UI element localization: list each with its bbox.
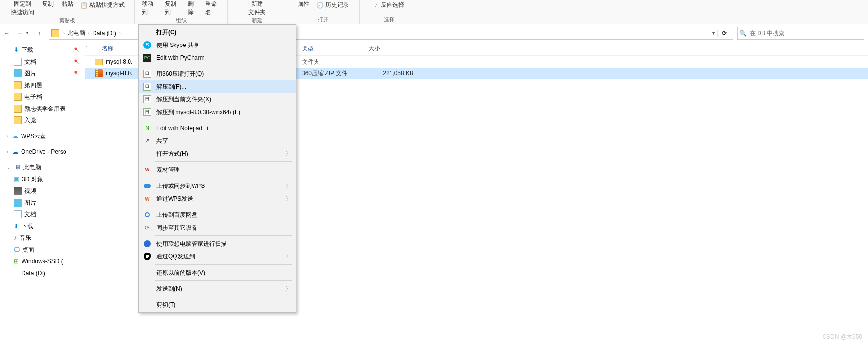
download-icon: ⬇ (14, 46, 19, 53)
ctx-sync[interactable]: ⟳同步至其它设备 (139, 221, 296, 234)
sidebar-item-award[interactable]: 励志奖学金用表 (0, 103, 85, 115)
breadcrumb-sep[interactable]: › (62, 31, 65, 36)
sidebar-item-winssd[interactable]: ⊞Windows-SSD ( (0, 255, 85, 267)
ribbon-invert[interactable]: ☑反向选择 (371, 0, 406, 10)
ctx-lenovo[interactable]: 使用联想电脑管家进行扫描 (139, 237, 296, 250)
ctx-open-with[interactable]: 打开方式(H)〉 (139, 147, 296, 160)
ctx-extract-here[interactable]: 田解压到当前文件夹(X) (139, 93, 296, 106)
ctx-pycharm[interactable]: PCEdit with PyCharm (139, 51, 296, 64)
sidebar-item-documents2[interactable]: 文档 (0, 208, 85, 220)
pin-icon: 📍 (73, 58, 81, 66)
ctx-label: 剪切(T) (156, 301, 291, 309)
ribbon-moveto[interactable]: 移动到 (139, 0, 160, 17)
ribbon-paste[interactable]: 粘贴 (59, 0, 76, 8)
sidebar-label: 下载 (22, 222, 33, 231)
ribbon-new-folder[interactable]: 新建文件夹 (245, 0, 269, 17)
ribbon-pin[interactable]: 固定到快速访问 (8, 0, 37, 17)
wps-icon: W (143, 165, 152, 174)
ctx-baidu[interactable]: 上传到百度网盘 (139, 208, 296, 221)
sidebar-item-downloads[interactable]: ⬇下载📍 (0, 44, 85, 56)
sidebar-item-edoc[interactable]: 电子档 (0, 91, 85, 103)
sidebar-item-music[interactable]: ♪音乐 (0, 232, 85, 244)
cloud-icon: ☁ (12, 148, 18, 155)
drive-icon: ⊞ (14, 258, 19, 265)
search-input[interactable] (750, 30, 862, 37)
cloud-icon: ☁ (12, 133, 18, 139)
ribbon-copyto-label: 复制到 (165, 0, 180, 17)
sidebar-item-party[interactable]: 入党 (0, 115, 85, 126)
ribbon-rename[interactable]: 重命名 (202, 0, 223, 17)
ctx-label: Edit with Notepad++ (156, 125, 291, 132)
ctx-label: 素材管理 (156, 166, 291, 174)
ribbon-paste-shortcut[interactable]: 📋粘贴快捷方式 (78, 0, 127, 10)
ribbon-invert-label: 反向选择 (381, 1, 404, 9)
refresh-button[interactable]: ⟳ (717, 30, 731, 37)
ctx-upload-wps[interactable]: 上传或同步到WPS〉 (139, 180, 296, 192)
pc-icon: 🖥 (15, 164, 21, 171)
ctx-material[interactable]: W素材管理 (139, 163, 296, 176)
ctx-open[interactable]: 打开(O) (139, 26, 296, 39)
ctx-restore[interactable]: 还原以前的版本(V) (139, 266, 296, 279)
ribbon-history[interactable]: 🕘历史记录 (314, 0, 351, 10)
ribbon-copyto[interactable]: 复制到 (162, 0, 183, 17)
sidebar-item-desktop[interactable]: 🖵桌面 (0, 244, 85, 255)
ribbon-pin-label: 固定到 (14, 0, 31, 8)
ctx-send-to[interactable]: 发送到(N)〉 (139, 282, 296, 295)
ctx-cut[interactable]: 剪切(T) (139, 299, 296, 311)
nav-forward-button[interactable]: → (14, 27, 25, 39)
file-name: mysql-8.0. (106, 70, 132, 77)
sidebar-item-pictures[interactable]: 图片📍 (0, 68, 85, 79)
column-type[interactable]: 类型 (302, 45, 369, 53)
submenu-arrow-icon: 〉 (286, 253, 291, 260)
ribbon-paste-label: 粘贴 (62, 0, 73, 8)
wps-icon: W (143, 194, 152, 203)
ribbon-group-open-label: 打开 (318, 16, 328, 24)
sidebar-item-3d[interactable]: ▣3D 对象 (0, 173, 85, 185)
ctx-separator (155, 178, 292, 178)
column-size[interactable]: 大小 (369, 45, 417, 53)
360zip-icon: 田 (143, 95, 151, 103)
ctx-open360[interactable]: 田用360压缩打开(Q) (139, 68, 296, 80)
sidebar-item-thispc[interactable]: ⌄🖥此电脑 (0, 161, 85, 173)
sidebar-item-wps[interactable]: ›☁WPS云盘 (0, 130, 85, 142)
cloud-icon (144, 184, 151, 188)
ctx-skype[interactable]: S使用 Skype 共享 (139, 39, 296, 51)
ctx-extract-to[interactable]: 田解压到(F)... (139, 80, 296, 93)
nav-up-button[interactable]: ↑ (33, 27, 45, 39)
collapse-handle-icon[interactable]: ‹ (85, 46, 89, 66)
sidebar-item-onedrive[interactable]: ›☁OneDrive - Perso (0, 146, 85, 158)
ctx-send-wps[interactable]: W通过WPS发送〉 (139, 192, 296, 205)
breadcrumb-sep[interactable]: › (87, 31, 90, 36)
navigation-pane[interactable]: ⬇下载📍 文档📍 图片📍 第四题 电子档 励志奖学金用表 入党 ›☁WPS云盘 … (0, 42, 85, 346)
ctx-label: 解压到 mysql-8.0.30-winx64\ (E) (156, 108, 291, 116)
ctx-share[interactable]: ↗共享 (139, 135, 296, 147)
ribbon-properties[interactable]: 属性 (295, 0, 312, 8)
sidebar-item-q4[interactable]: 第四题 (0, 79, 85, 91)
sidebar-item-pictures2[interactable]: 图片 (0, 197, 85, 208)
breadcrumb-sep[interactable]: › (118, 31, 122, 36)
ctx-qq[interactable]: 通过QQ发送到〉 (139, 250, 296, 263)
breadcrumb-pc[interactable]: 此电脑 (65, 29, 87, 37)
ctx-extract-named[interactable]: 田解压到 mysql-8.0.30-winx64\ (E) (139, 106, 296, 118)
file-name: mysql-8.0. (106, 58, 132, 65)
search-icon: 🔍 (739, 30, 747, 37)
sidebar-item-documents[interactable]: 文档📍 (0, 56, 85, 68)
nav-history-dropdown[interactable]: ▾ (26, 31, 32, 35)
ctx-npp[interactable]: NEdit with Notepad++ (139, 122, 296, 135)
sidebar-item-video[interactable]: 视频 (0, 185, 85, 197)
sidebar-item-datad[interactable]: Data (D:) (0, 267, 85, 279)
ribbon-newfolder-label2: 文件夹 (248, 8, 266, 17)
search-box[interactable]: 🔍 (737, 27, 864, 40)
ribbon-copy[interactable]: 复制 (39, 0, 57, 8)
sidebar-item-downloads2[interactable]: ⬇下载 (0, 220, 85, 232)
breadcrumb-data[interactable]: Data (D:) (90, 30, 118, 37)
ctx-label: 上传或同步到WPS (156, 182, 281, 190)
ctx-label: 打开(O) (156, 28, 291, 37)
ribbon-delete[interactable]: 删除 (185, 0, 201, 17)
nav-back-button[interactable]: ← (1, 27, 13, 39)
ctx-label: 发送到(N) (156, 285, 281, 293)
notepadpp-icon: N (143, 124, 151, 132)
desktop-icon: 🖵 (14, 246, 20, 253)
address-dropdown-icon[interactable]: ▾ (709, 30, 717, 36)
ribbon-rename-label: 重命名 (205, 0, 220, 17)
